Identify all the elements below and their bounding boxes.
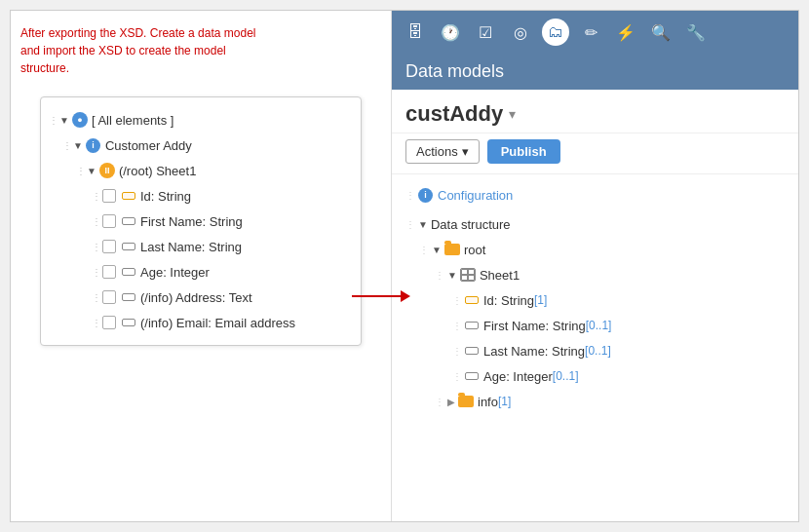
caret-icon[interactable]: ▼ xyxy=(432,245,442,255)
field-icon xyxy=(122,319,135,326)
drag-handle: ⋮ xyxy=(452,371,461,382)
tree-row[interactable]: ⋮ Last Name: String xyxy=(41,234,361,259)
field-key-icon xyxy=(465,296,479,304)
actions-label: Actions xyxy=(416,144,458,159)
model-header: custAddy ▾ xyxy=(392,90,798,133)
folder-icon xyxy=(444,244,460,255)
tree-row[interactable]: ⋮ (/info) Email: Email address xyxy=(41,310,361,335)
tree-row[interactable]: ⋮ ▼ i Customer Addy xyxy=(41,133,361,158)
panel-header: Data models xyxy=(392,54,798,90)
caret-icon[interactable]: ▶ xyxy=(447,397,455,407)
actions-button[interactable]: Actions ▾ xyxy=(405,139,480,164)
drag-handle: ⋮ xyxy=(435,397,443,407)
dm-row[interactable]: ⋮ First Name: String [0..1] xyxy=(392,313,798,338)
drag-handle: ⋮ xyxy=(405,219,414,230)
left-panel: After exporting the XSD. Create a data m… xyxy=(11,11,391,521)
configuration-link[interactable]: Configuration xyxy=(438,188,513,203)
dm-row[interactable]: ⋮ ▼ root xyxy=(392,237,798,262)
arrow xyxy=(352,290,410,302)
folder-active-icon[interactable]: 🗂 xyxy=(542,19,569,46)
tree-label: Age: Integer xyxy=(140,265,210,280)
firstname-label: First Name: String xyxy=(483,319,586,333)
dm-row[interactable]: ⋮ ▼ Data structure xyxy=(392,211,798,237)
edit-icon[interactable]: ✏ xyxy=(577,19,604,46)
tree-row[interactable]: ⋮ First Name: String xyxy=(41,209,361,234)
tree-row[interactable]: ⋮ ▼ ● [ All elements ] xyxy=(41,107,361,133)
age-badge: [0..1] xyxy=(553,369,579,383)
checkbox[interactable] xyxy=(102,240,116,253)
instruction-text: After exporting the XSD. Create a data m… xyxy=(20,24,274,77)
tree-row[interactable]: ⋮ Age: Integer xyxy=(41,259,361,285)
checkbox[interactable] xyxy=(102,265,116,279)
firstname-badge: [0..1] xyxy=(586,319,612,332)
caret-icon[interactable]: ▼ xyxy=(418,219,428,230)
field-icon xyxy=(122,293,135,301)
checkbox[interactable] xyxy=(102,214,116,228)
tree-label: Customer Addy xyxy=(105,138,192,153)
lastname-badge: [0..1] xyxy=(585,344,611,358)
circle-blue-icon: ● xyxy=(72,112,88,128)
tree-label: First Name: String xyxy=(140,214,243,229)
caret-icon[interactable]: ▼ xyxy=(87,166,96,176)
drag-handle: ⋮ xyxy=(452,346,461,357)
checkbox[interactable] xyxy=(102,290,116,304)
caret-icon[interactable]: ▼ xyxy=(447,270,457,281)
info-icon: i xyxy=(418,188,433,203)
caret-icon[interactable]: ▼ xyxy=(73,140,83,151)
drag-handle: ⋮ xyxy=(76,166,85,176)
drag-handle: ⋮ xyxy=(405,190,414,201)
drag-handle: ⋮ xyxy=(92,267,100,278)
age-label: Age: Integer xyxy=(483,369,553,384)
plugin-icon[interactable]: ⚡ xyxy=(612,19,639,46)
tree-row[interactable]: ⋮ Id: String xyxy=(41,183,361,209)
publish-button[interactable]: Publish xyxy=(487,139,560,164)
search-icon[interactable]: 🔍 xyxy=(647,19,674,46)
drag-handle: ⋮ xyxy=(435,270,443,281)
arrow-head xyxy=(401,290,410,302)
tree-row[interactable]: ⋮ (/info) Address: Text xyxy=(41,285,361,310)
id-badge: [1] xyxy=(534,293,547,307)
dm-row[interactable]: ⋮ Age: Integer [0..1] xyxy=(392,363,798,389)
model-name: custAddy xyxy=(405,101,503,127)
clock-icon[interactable]: 🕐 xyxy=(437,19,464,46)
field-key-icon xyxy=(122,192,135,200)
main-container: After exporting the XSD. Create a data m… xyxy=(10,10,799,522)
sheet1-label: Sheet1 xyxy=(480,268,520,283)
check-icon[interactable]: ☑ xyxy=(472,19,499,46)
table-icon xyxy=(460,268,476,282)
drag-handle: ⋮ xyxy=(419,245,428,255)
field-icon xyxy=(122,268,135,276)
checkbox[interactable] xyxy=(102,316,116,329)
dm-row[interactable]: ⋮ ▶ info [1] xyxy=(392,389,798,414)
field-icon xyxy=(122,217,135,225)
dm-row[interactable]: ⋮ Id: String [1] xyxy=(392,287,798,313)
drag-handle: ⋮ xyxy=(92,216,100,227)
field-icon xyxy=(465,347,479,355)
actions-caret-icon: ▾ xyxy=(462,144,469,159)
toolbar: 🗄 🕐 ☑ ◎ 🗂 ✏ ⚡ 🔍 🔧 xyxy=(392,11,798,54)
dm-row[interactable]: ⋮ i Configuration xyxy=(392,182,798,208)
tree-label: (/info) Address: Text xyxy=(140,290,252,305)
database-icon[interactable]: 🗄 xyxy=(402,19,429,46)
model-dropdown-icon[interactable]: ▾ xyxy=(509,106,516,122)
field-icon xyxy=(465,322,479,329)
dm-row[interactable]: ⋮ ▼ Sheet1 xyxy=(392,262,798,287)
drag-handle: ⋮ xyxy=(452,321,461,331)
checkbox[interactable] xyxy=(102,189,116,203)
drag-handle: ⋮ xyxy=(62,140,71,151)
circle-orange-icon: II xyxy=(99,163,115,178)
settings-icon[interactable]: 🔧 xyxy=(682,19,710,46)
tree-label: Id: String xyxy=(140,189,191,204)
drag-handle: ⋮ xyxy=(452,295,461,306)
data-structure-label: Data structure xyxy=(431,217,511,232)
caret-icon[interactable]: ▼ xyxy=(59,115,69,126)
data-model-content: ⋮ i Configuration ⋮ ▼ Data structure ⋮ ▼… xyxy=(392,174,798,521)
dm-row[interactable]: ⋮ Last Name: String [0..1] xyxy=(392,338,798,363)
circle-icon[interactable]: ◎ xyxy=(507,19,534,46)
tree-label: (/info) Email: Email address xyxy=(140,316,295,330)
tree-row[interactable]: ⋮ ▼ II (/root) Sheet1 xyxy=(41,158,361,183)
info-icon: i xyxy=(86,138,100,153)
drag-handle: ⋮ xyxy=(92,292,100,303)
action-bar: Actions ▾ Publish xyxy=(392,133,798,174)
drag-handle: ⋮ xyxy=(49,115,58,126)
